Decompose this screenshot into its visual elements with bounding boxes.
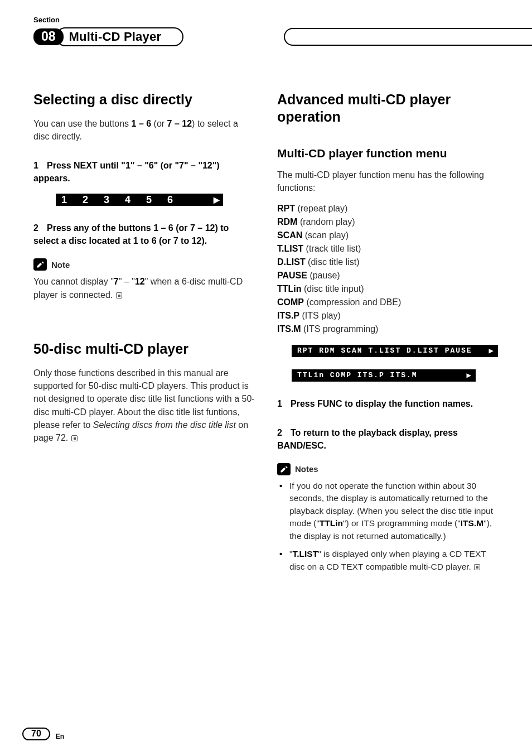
func-item: ITS.M (ITS programming) (277, 322, 499, 336)
step-text: Press any of the buttons 1 – 6 (or 7 – 1… (33, 223, 229, 245)
step-1-right: 1Press FUNC to display the function name… (277, 397, 499, 410)
end-mark-icon (116, 292, 122, 298)
strip-num: 2 (83, 192, 88, 207)
func-desc: (compression and DBE) (304, 297, 401, 307)
func-item: D.LIST (disc title list) (277, 256, 499, 269)
func-item: RPT (repeat play) (277, 202, 499, 215)
func-item: T.LIST (track title list) (277, 242, 499, 256)
text-bold: 12 (135, 277, 145, 286)
text: (or (151, 119, 167, 128)
func-item: ITS.P (ITS play) (277, 309, 499, 322)
func-desc: (disc title input) (302, 284, 364, 293)
func-item: RDM (random play) (277, 215, 499, 229)
text: " – " (119, 277, 135, 286)
func-desc: (ITS programming) (301, 324, 379, 334)
display-strip-functions-2: TTLin COMP ITS.P ITS.M ▶ (292, 369, 476, 382)
section-label: Section (33, 16, 499, 24)
right-column: Advanced multi-CD player operation Multi… (277, 91, 499, 579)
step-1: 1Press NEXT until "1" – "6" (or "7" – "1… (33, 159, 255, 185)
func-key: SCAN (277, 230, 302, 240)
func-desc: (scan play) (302, 230, 349, 240)
func-desc: (random play) (297, 217, 355, 227)
strip-text: TTLin COMP ITS.P ITS.M (297, 370, 418, 381)
func-desc: (track title list) (303, 244, 361, 253)
step-2-right: 2To return to the playback display, pres… (277, 426, 499, 452)
func-desc: (repeat play) (295, 204, 347, 213)
page-footer: 70 En (22, 728, 64, 740)
step-text: To return to the playback display, press… (277, 428, 458, 450)
note-item: If you do not operate the function withi… (277, 480, 499, 542)
paragraph-50-disc: Only those functions described in this m… (33, 367, 255, 444)
language-code: En (56, 733, 64, 740)
pencil-icon (33, 258, 47, 271)
left-column: Selecting a disc directly You can use th… (33, 91, 255, 579)
text-italic-ref: Selecting discs from the disc title list (93, 420, 236, 430)
func-item: COMP (compression and DBE) (277, 296, 499, 309)
text-bold: 7 – 12 (167, 119, 192, 128)
display-strip-functions-1: RPT RDM SCAN T.LIST D.LIST PAUSE ▶ (292, 345, 498, 357)
note-label: Note (51, 259, 70, 271)
func-key: COMP (277, 297, 304, 307)
func-key: PAUSE (277, 271, 307, 280)
intro-paragraph: You can use the buttons 1 – 6 (or 7 – 12… (33, 117, 255, 143)
func-key: TTLin (277, 284, 302, 293)
text: " is displayed only when playing a CD TE… (289, 549, 486, 571)
heading-advanced-operation: Advanced multi-CD player operation (277, 91, 499, 126)
func-key: T.LIST (277, 244, 303, 253)
strip-num: 3 (104, 192, 109, 207)
function-menu-intro: The multi-CD player function menu has th… (277, 168, 499, 194)
func-key: ITS.M (277, 324, 301, 334)
strip-num: 4 (125, 192, 130, 207)
arrow-right-icon: ▶ (489, 345, 495, 357)
header-right-tab (284, 28, 532, 46)
notes-list: If you do not operate the function withi… (277, 480, 499, 573)
pencil-icon (277, 463, 291, 475)
func-item: TTLin (disc title input) (277, 282, 499, 296)
note-item: "T.LIST" is displayed only when playing … (277, 548, 499, 573)
heading-selecting-disc: Selecting a disc directly (33, 91, 255, 108)
text-bold: TTLin (320, 518, 343, 528)
step-text: Press NEXT until "1" – "6" (or "7" – "12… (33, 161, 220, 183)
note-text: You cannot display "7" – "12" when a 6-d… (33, 275, 255, 301)
end-mark-icon (71, 435, 78, 441)
strip-text: RPT RDM SCAN T.LIST D.LIST PAUSE (297, 346, 472, 357)
step-text: Press FUNC to display the function names… (291, 399, 473, 408)
arrow-right-icon: ▶ (467, 370, 472, 381)
text: You can use the buttons (33, 119, 132, 128)
text-bold: ITS.M (461, 518, 483, 528)
function-list: RPT (repeat play) RDM (random play) SCAN… (277, 202, 499, 336)
page-title: Multi-CD Player (69, 30, 162, 44)
page-header: 08 Multi-CD Player (33, 27, 499, 46)
func-key: RPT (277, 204, 295, 213)
header-lozenge: Multi-CD Player (56, 27, 184, 46)
text: You cannot display " (33, 277, 114, 286)
heading-50-disc: 50-disc multi-CD player (33, 340, 255, 358)
text-bold: 7 (114, 277, 119, 286)
display-strip-numbers: 1 2 3 4 5 6 ▶ (56, 194, 223, 206)
strip-num: 1 (61, 192, 67, 207)
func-desc: (disc title list) (306, 257, 360, 267)
func-key: RDM (277, 217, 297, 227)
text-bold: T.LIST (293, 549, 318, 558)
note-header: Note (33, 258, 255, 271)
func-key: D.LIST (277, 257, 306, 267)
func-item: SCAN (scan play) (277, 229, 499, 242)
func-item: PAUSE (pause) (277, 269, 499, 282)
arrow-right-icon: ▶ (214, 194, 220, 205)
func-desc: (pause) (307, 271, 340, 280)
strip-num: 6 (167, 192, 173, 207)
notes-label: Notes (295, 463, 318, 475)
text-bold: 1 – 6 (132, 119, 152, 128)
step-2: 2Press any of the buttons 1 – 6 (or 7 – … (33, 221, 255, 247)
strip-num: 5 (146, 192, 152, 207)
func-desc: (ITS play) (299, 311, 341, 320)
end-mark-icon (474, 564, 480, 570)
notes-header: Notes (277, 463, 499, 475)
page-number: 70 (22, 728, 50, 740)
func-key: ITS.P (277, 311, 299, 320)
subheading-function-menu: Multi-CD player function menu (277, 145, 499, 162)
section-number-pill: 08 (33, 28, 64, 45)
text: ") or ITS programming mode (" (343, 518, 461, 528)
